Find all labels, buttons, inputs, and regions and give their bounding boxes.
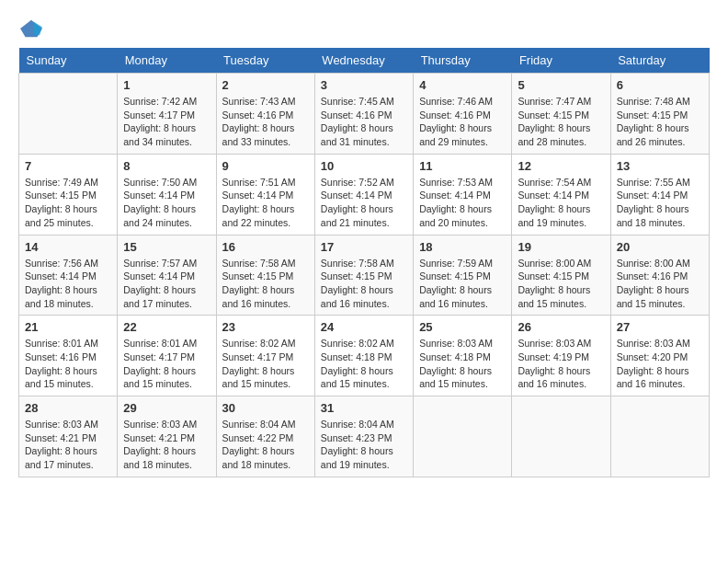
page-header	[18, 18, 710, 39]
calendar-week-row: 7Sunrise: 7:49 AM Sunset: 4:15 PM Daylig…	[19, 154, 710, 235]
day-number: 24	[321, 320, 407, 334]
day-info: Sunrise: 7:51 AM Sunset: 4:14 PM Dayligh…	[222, 176, 309, 230]
day-number: 5	[518, 78, 604, 92]
calendar-cell: 4Sunrise: 7:46 AM Sunset: 4:16 PM Daylig…	[414, 74, 512, 155]
day-number: 27	[617, 320, 703, 334]
day-info: Sunrise: 8:03 AM Sunset: 4:21 PM Dayligh…	[123, 418, 210, 472]
day-number: 16	[222, 240, 309, 254]
day-of-week-header: Monday	[118, 48, 216, 74]
day-info: Sunrise: 7:47 AM Sunset: 4:15 PM Dayligh…	[518, 95, 604, 149]
calendar-cell: 29Sunrise: 8:03 AM Sunset: 4:21 PM Dayli…	[118, 396, 216, 477]
day-info: Sunrise: 8:04 AM Sunset: 4:22 PM Dayligh…	[222, 418, 309, 472]
day-number: 26	[518, 320, 604, 334]
calendar-cell	[610, 396, 709, 477]
day-number: 10	[321, 159, 407, 173]
day-info: Sunrise: 8:03 AM Sunset: 4:18 PM Dayligh…	[419, 337, 506, 391]
day-of-week-header: Sunday	[19, 48, 118, 74]
day-info: Sunrise: 8:04 AM Sunset: 4:23 PM Dayligh…	[321, 418, 407, 472]
calendar-header: SundayMondayTuesdayWednesdayThursdayFrid…	[19, 48, 710, 74]
calendar-cell: 19Sunrise: 8:00 AM Sunset: 4:15 PM Dayli…	[512, 235, 610, 316]
day-info: Sunrise: 7:58 AM Sunset: 4:15 PM Dayligh…	[222, 257, 309, 311]
day-number: 29	[123, 401, 210, 415]
day-number: 3	[321, 78, 407, 92]
day-number: 11	[419, 159, 506, 173]
day-number: 12	[518, 159, 604, 173]
day-number: 13	[617, 159, 703, 173]
calendar-cell: 25Sunrise: 8:03 AM Sunset: 4:18 PM Dayli…	[414, 316, 512, 396]
calendar-cell: 22Sunrise: 8:01 AM Sunset: 4:17 PM Dayli…	[118, 316, 216, 396]
day-info: Sunrise: 8:01 AM Sunset: 4:17 PM Dayligh…	[123, 337, 210, 391]
day-of-week-header: Wednesday	[314, 48, 413, 74]
calendar-cell: 12Sunrise: 7:54 AM Sunset: 4:14 PM Dayli…	[512, 154, 610, 235]
day-info: Sunrise: 7:46 AM Sunset: 4:16 PM Dayligh…	[419, 95, 506, 149]
day-number: 19	[518, 240, 604, 254]
day-number: 25	[419, 320, 506, 334]
calendar-cell: 15Sunrise: 7:57 AM Sunset: 4:14 PM Dayli…	[118, 235, 216, 316]
day-info: Sunrise: 8:00 AM Sunset: 4:16 PM Dayligh…	[617, 257, 703, 311]
day-info: Sunrise: 8:02 AM Sunset: 4:17 PM Dayligh…	[222, 337, 309, 391]
day-info: Sunrise: 8:00 AM Sunset: 4:15 PM Dayligh…	[518, 257, 604, 311]
day-number: 22	[123, 320, 210, 334]
calendar-cell: 24Sunrise: 8:02 AM Sunset: 4:18 PM Dayli…	[314, 316, 413, 396]
day-info: Sunrise: 7:50 AM Sunset: 4:14 PM Dayligh…	[123, 176, 210, 230]
day-info: Sunrise: 8:01 AM Sunset: 4:16 PM Dayligh…	[25, 337, 111, 391]
day-of-week-header: Friday	[512, 48, 610, 74]
calendar-week-row: 14Sunrise: 7:56 AM Sunset: 4:14 PM Dayli…	[19, 235, 710, 316]
day-info: Sunrise: 7:57 AM Sunset: 4:14 PM Dayligh…	[123, 257, 210, 311]
day-info: Sunrise: 8:02 AM Sunset: 4:18 PM Dayligh…	[321, 337, 407, 391]
day-info: Sunrise: 7:53 AM Sunset: 4:14 PM Dayligh…	[419, 176, 506, 230]
calendar-cell: 2Sunrise: 7:43 AM Sunset: 4:16 PM Daylig…	[216, 74, 314, 155]
calendar-cell: 21Sunrise: 8:01 AM Sunset: 4:16 PM Dayli…	[19, 316, 118, 396]
logo-icon	[18, 18, 44, 39]
day-number: 18	[419, 240, 506, 254]
calendar-cell: 26Sunrise: 8:03 AM Sunset: 4:19 PM Dayli…	[512, 316, 610, 396]
calendar-cell: 9Sunrise: 7:51 AM Sunset: 4:14 PM Daylig…	[216, 154, 314, 235]
calendar-cell: 5Sunrise: 7:47 AM Sunset: 4:15 PM Daylig…	[512, 74, 610, 155]
day-info: Sunrise: 8:03 AM Sunset: 4:19 PM Dayligh…	[518, 337, 604, 391]
day-info: Sunrise: 7:42 AM Sunset: 4:17 PM Dayligh…	[123, 95, 210, 149]
calendar-cell: 1Sunrise: 7:42 AM Sunset: 4:17 PM Daylig…	[118, 74, 216, 155]
calendar-cell: 11Sunrise: 7:53 AM Sunset: 4:14 PM Dayli…	[414, 154, 512, 235]
day-number: 4	[419, 78, 506, 92]
day-number: 1	[123, 78, 210, 92]
day-of-week-header: Thursday	[414, 48, 512, 74]
calendar-cell: 8Sunrise: 7:50 AM Sunset: 4:14 PM Daylig…	[118, 154, 216, 235]
day-info: Sunrise: 7:59 AM Sunset: 4:15 PM Dayligh…	[419, 257, 506, 311]
day-info: Sunrise: 7:43 AM Sunset: 4:16 PM Dayligh…	[222, 95, 309, 149]
calendar-cell: 20Sunrise: 8:00 AM Sunset: 4:16 PM Dayli…	[610, 235, 709, 316]
day-number: 7	[25, 159, 111, 173]
day-number: 23	[222, 320, 309, 334]
day-number: 14	[25, 240, 111, 254]
calendar-cell: 10Sunrise: 7:52 AM Sunset: 4:14 PM Dayli…	[314, 154, 413, 235]
day-number: 28	[25, 401, 111, 415]
calendar-cell: 3Sunrise: 7:45 AM Sunset: 4:16 PM Daylig…	[314, 74, 413, 155]
day-number: 21	[25, 320, 111, 334]
svg-marker-1	[34, 22, 42, 36]
day-number: 2	[222, 78, 309, 92]
calendar-cell: 16Sunrise: 7:58 AM Sunset: 4:15 PM Dayli…	[216, 235, 314, 316]
day-info: Sunrise: 7:54 AM Sunset: 4:14 PM Dayligh…	[518, 176, 604, 230]
calendar-cell: 14Sunrise: 7:56 AM Sunset: 4:14 PM Dayli…	[19, 235, 118, 316]
calendar-cell: 30Sunrise: 8:04 AM Sunset: 4:22 PM Dayli…	[216, 396, 314, 477]
day-info: Sunrise: 7:56 AM Sunset: 4:14 PM Dayligh…	[25, 257, 111, 311]
calendar-cell: 13Sunrise: 7:55 AM Sunset: 4:14 PM Dayli…	[610, 154, 709, 235]
calendar-table: SundayMondayTuesdayWednesdayThursdayFrid…	[18, 48, 710, 477]
calendar-cell: 17Sunrise: 7:58 AM Sunset: 4:15 PM Dayli…	[314, 235, 413, 316]
calendar-week-row: 28Sunrise: 8:03 AM Sunset: 4:21 PM Dayli…	[19, 396, 710, 477]
calendar-cell: 6Sunrise: 7:48 AM Sunset: 4:15 PM Daylig…	[610, 74, 709, 155]
day-info: Sunrise: 7:48 AM Sunset: 4:15 PM Dayligh…	[617, 95, 703, 149]
day-number: 8	[123, 159, 210, 173]
day-of-week-header: Tuesday	[216, 48, 314, 74]
day-number: 17	[321, 240, 407, 254]
calendar-cell	[414, 396, 512, 477]
calendar-cell: 23Sunrise: 8:02 AM Sunset: 4:17 PM Dayli…	[216, 316, 314, 396]
day-info: Sunrise: 7:55 AM Sunset: 4:14 PM Dayligh…	[617, 176, 703, 230]
day-info: Sunrise: 7:52 AM Sunset: 4:14 PM Dayligh…	[321, 176, 407, 230]
calendar-cell: 7Sunrise: 7:49 AM Sunset: 4:15 PM Daylig…	[19, 154, 118, 235]
calendar-week-row: 1Sunrise: 7:42 AM Sunset: 4:17 PM Daylig…	[19, 74, 710, 155]
day-number: 20	[617, 240, 703, 254]
day-info: Sunrise: 7:49 AM Sunset: 4:15 PM Dayligh…	[25, 176, 111, 230]
day-info: Sunrise: 8:03 AM Sunset: 4:20 PM Dayligh…	[617, 337, 703, 391]
day-number: 9	[222, 159, 309, 173]
day-of-week-header: Saturday	[610, 48, 709, 74]
